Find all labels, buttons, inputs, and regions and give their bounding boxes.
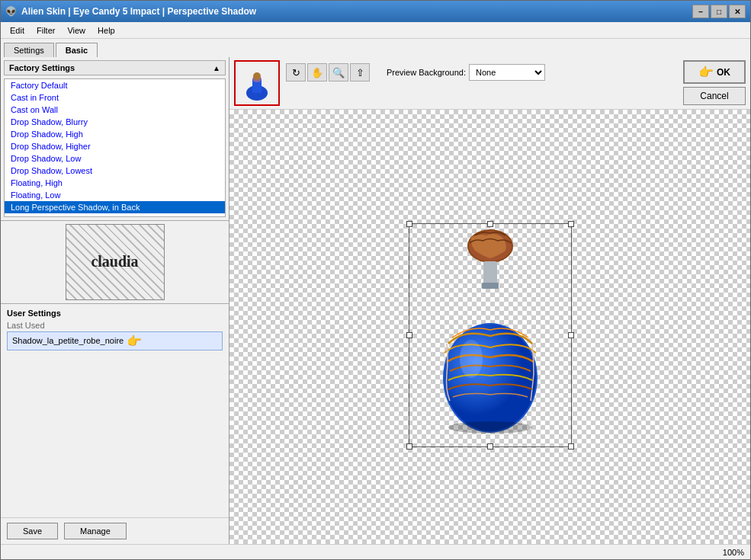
ok-label: OK — [717, 67, 730, 78]
checkerboard-background — [229, 110, 750, 544]
selection-handle-tm[interactable] — [487, 221, 493, 227]
save-button[interactable]: Save — [7, 523, 58, 539]
claudia-label: claudia — [91, 253, 138, 270]
svg-point-10 — [460, 340, 483, 378]
app-icon: 👽 — [5, 6, 17, 17]
factory-settings-label: Factory Settings — [9, 63, 75, 72]
bottle-svg — [418, 229, 563, 439]
list-item-floating-low[interactable]: Floating, Low — [5, 189, 225, 201]
left-panel: Factory Settings ▲ Factory Default Cast … — [1, 57, 229, 544]
preview-bg-label: Preview Background: — [387, 68, 466, 77]
title-bar-left: 👽 Alien Skin | Eye Candy 5 Impact | Pers… — [5, 6, 256, 17]
cancel-button[interactable]: Cancel — [683, 87, 746, 105]
selection-handle-rm[interactable] — [568, 332, 574, 338]
svg-point-9 — [445, 325, 536, 431]
menu-view[interactable]: View — [61, 24, 91, 37]
list-item-drop-shadow-low[interactable]: Drop Shadow, Low — [5, 152, 225, 165]
menu-edit[interactable]: Edit — [4, 24, 30, 37]
minimize-button[interactable]: – — [692, 5, 709, 18]
user-setting-name: Shadow_la_petite_robe_noire — [12, 336, 124, 345]
user-settings-title: User Settings — [7, 309, 223, 318]
svg-point-3 — [253, 72, 261, 80]
title-bar: 👽 Alien Skin | Eye Candy 5 Impact | Pers… — [1, 1, 750, 22]
main-window: 👽 Alien Skin | Eye Candy 5 Impact | Pers… — [0, 0, 751, 560]
list-item-cast-on-wall[interactable]: Cast on Wall — [5, 104, 225, 116]
right-panel: ↻ ✋ 🔍 ⇧ Preview Background: None White B… — [229, 57, 750, 544]
menu-help[interactable]: Help — [91, 24, 121, 37]
select-tool-button[interactable]: ⇧ — [350, 63, 370, 82]
ok-button[interactable]: 👉 OK — [683, 60, 746, 84]
zoom-tool-button[interactable]: 🔍 — [329, 63, 348, 82]
list-item-drop-shadow-higher[interactable]: Drop Shadow, Higher — [5, 140, 225, 152]
svg-rect-7 — [482, 283, 499, 289]
tab-bar: Settings Basic — [1, 39, 750, 57]
title-controls: – □ ✕ — [692, 5, 746, 18]
selection-handle-tr[interactable] — [568, 221, 574, 227]
list-item-drop-shadow-high[interactable]: Drop Shadow, High — [5, 128, 225, 140]
selection-handle-bl[interactable] — [406, 443, 412, 450]
last-used-label: Last Used — [7, 321, 223, 330]
list-item-factory-default[interactable]: Factory Default — [5, 79, 225, 91]
ok-cancel-area: 👉 OK Cancel — [683, 60, 746, 105]
preview-thumbnail[interactable] — [234, 60, 280, 106]
restore-button[interactable]: □ — [711, 5, 727, 18]
selection-handle-bm[interactable] — [487, 443, 493, 450]
zoom-level: 100% — [723, 548, 744, 557]
main-content: Factory Settings ▲ Factory Default Cast … — [1, 57, 750, 544]
arrow-icon: 👉 — [127, 334, 142, 348]
list-item-cast-in-front[interactable]: Cast in Front — [5, 91, 225, 104]
status-bar: 100% — [1, 544, 750, 559]
preview-bg-select[interactable]: None White Black Custom — [469, 64, 545, 81]
list-item-long-perspective-front[interactable]: Long Perspective Shadow, in Front — [5, 213, 225, 217]
list-item-long-perspective-back[interactable]: Long Perspective Shadow, in Back — [5, 201, 225, 213]
window-title: Alien Skin | Eye Candy 5 Impact | Perspe… — [21, 6, 256, 17]
selection-handle-br[interactable] — [568, 443, 574, 450]
preview-area[interactable] — [229, 110, 750, 544]
factory-settings-container: Factory Settings ▲ Factory Default Cast … — [1, 57, 229, 221]
svg-rect-6 — [483, 261, 497, 284]
hand-tool-button[interactable]: ✋ — [307, 63, 327, 82]
user-settings-section: User Settings Last Used Shadow_la_petite… — [1, 304, 229, 355]
move-tool-button[interactable]: ↻ — [286, 63, 306, 82]
scroll-up-arrow[interactable]: ▲ — [213, 64, 220, 72]
ok-hand-icon: 👉 — [698, 65, 714, 79]
menu-filter[interactable]: Filter — [30, 24, 61, 37]
selection-handle-lm[interactable] — [406, 332, 412, 338]
list-item-drop-shadow-lowest[interactable]: Drop Shadow, Lowest — [5, 165, 225, 177]
list-item-drop-shadow-blurry[interactable]: Drop Shadow, Blurry — [5, 116, 225, 128]
tab-basic[interactable]: Basic — [56, 43, 98, 57]
factory-settings-header: Factory Settings ▲ — [4, 60, 226, 75]
selection-handle-tl[interactable] — [406, 221, 412, 227]
manage-button[interactable]: Manage — [64, 523, 127, 539]
factory-settings-list[interactable]: Factory Default Cast in Front Cast on Wa… — [4, 78, 226, 217]
tab-settings[interactable]: Settings — [4, 43, 54, 57]
svg-point-11 — [448, 421, 532, 434]
close-button[interactable]: ✕ — [729, 5, 746, 18]
menu-bar: Edit Filter View Help — [1, 22, 750, 39]
list-item-floating-high[interactable]: Floating, High — [5, 177, 225, 189]
preview-toolbar: ↻ ✋ 🔍 ⇧ — [286, 63, 370, 82]
user-setting-item[interactable]: Shadow_la_petite_robe_noire 👉 — [7, 331, 223, 350]
bottle-container — [418, 229, 563, 440]
bottom-buttons: Save Manage — [1, 517, 229, 544]
